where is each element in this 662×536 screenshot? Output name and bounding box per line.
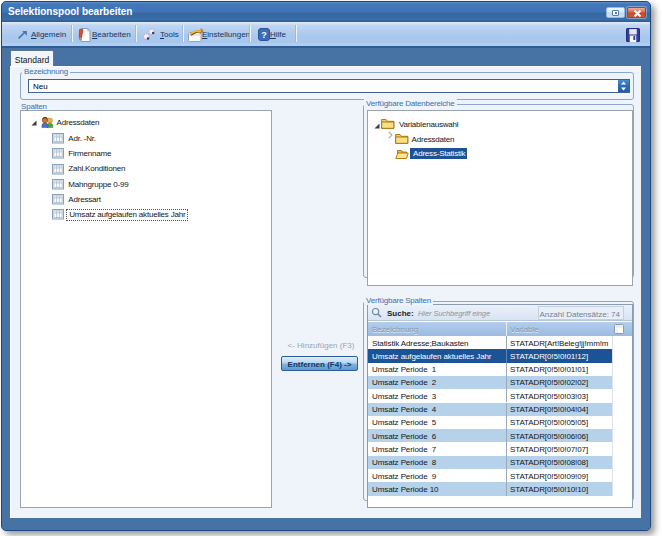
svg-text:?: ? (261, 30, 267, 40)
